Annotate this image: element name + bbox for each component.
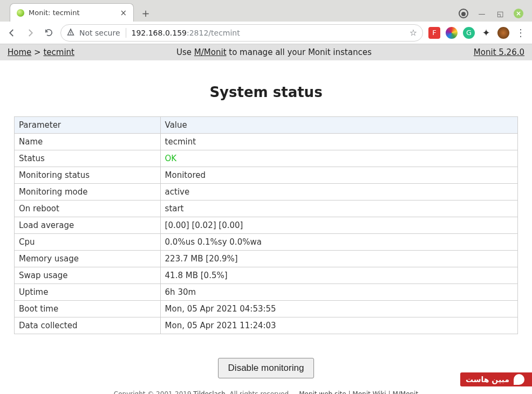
footer-copyright: Copyright © 2001-2019 — [114, 390, 194, 394]
value-cell: Monitored — [160, 167, 517, 184]
param-cell: Swap usage — [15, 267, 161, 284]
back-button[interactable] — [5, 26, 18, 39]
page-viewport: Home > tecmint Use M/Monit to manage all… — [0, 44, 532, 394]
header-note: Use M/Monit to manage all your Monit ins… — [74, 47, 474, 57]
close-window-icon[interactable]: × — [514, 9, 523, 18]
window-controls: — ◱ × — [459, 9, 529, 18]
action-row: Disable monitoring — [14, 358, 518, 378]
url-text: 192.168.0.159:2812/tecmint — [132, 29, 240, 37]
param-cell: Uptime — [15, 284, 161, 301]
param-cell: Monitoring status — [15, 167, 161, 184]
col-value: Value — [160, 117, 517, 134]
table-row: Cpu0.0%us 0.1%sy 0.0%wa — [15, 234, 518, 251]
table-row: StatusOK — [15, 150, 518, 167]
browser-tab[interactable]: Monit: tecmint × — [10, 3, 134, 22]
tab-strip: Monit: tecmint × + — ◱ × — [0, 0, 532, 22]
table-row: Load average[0.00] [0.02] [0.00] — [15, 217, 518, 234]
value-cell: [0.00] [0.02] [0.00] — [160, 217, 517, 234]
not-secure-label: Not secure — [79, 29, 120, 37]
profile-avatar-icon[interactable] — [497, 27, 509, 39]
page-title: System status — [14, 84, 518, 100]
breadcrumb-current-link[interactable]: tecmint — [43, 47, 74, 57]
forward-button[interactable] — [24, 26, 37, 39]
bookmark-star-icon[interactable]: ☆ — [410, 27, 417, 38]
breadcrumb-home-link[interactable]: Home — [8, 47, 31, 57]
param-cell: Memory usage — [15, 251, 161, 267]
version-link[interactable]: Monit 5.26.0 — [474, 47, 524, 57]
table-row: On rebootstart — [15, 201, 518, 217]
table-row: Monitoring modeactive — [15, 184, 518, 201]
param-cell: Boot time — [15, 301, 161, 317]
maximize-window-icon[interactable]: ◱ — [495, 9, 505, 18]
param-cell: Load average — [15, 217, 161, 234]
browser-chrome: Monit: tecmint × + — ◱ × Not secure — [0, 0, 532, 44]
tab-favicon — [17, 9, 24, 17]
table-row: Uptime6h 30m — [15, 284, 518, 301]
omnibox-divider — [126, 28, 126, 38]
value-cell: 6h 30m — [160, 284, 517, 301]
url-host: 192.168.0.159 — [132, 29, 187, 37]
table-row: Nametecmint — [15, 134, 518, 150]
address-bar[interactable]: Not secure 192.168.0.159:2812/tecmint ☆ — [60, 24, 423, 42]
value-cell: Mon, 05 Apr 2021 04:53:55 — [160, 301, 517, 317]
not-secure-icon — [66, 27, 75, 38]
status-ok-badge: OK — [165, 154, 177, 163]
value-cell: 0.0%us 0.1%sy 0.0%wa — [160, 234, 517, 251]
extensions-menu-icon[interactable]: ✦ — [480, 27, 492, 39]
param-cell: Data collected — [15, 317, 161, 334]
header-note-prefix: Use — [176, 47, 194, 57]
table-header-row: Parameter Value — [15, 117, 518, 134]
mmonit-link[interactable]: M/Monit — [194, 47, 227, 57]
breadcrumb-sep: > — [31, 47, 43, 57]
param-cell: Monitoring mode — [15, 184, 161, 201]
tab-title: Monit: tecmint — [29, 9, 114, 17]
value-cell: tecmint — [160, 134, 517, 150]
monit-header-bar: Home > tecmint Use M/Monit to manage all… — [0, 44, 532, 60]
param-cell: Status — [15, 150, 161, 167]
brand-badge-icon — [514, 374, 524, 385]
new-tab-button[interactable]: + — [138, 5, 153, 20]
col-parameter: Parameter — [15, 117, 161, 134]
disable-monitoring-button[interactable]: Disable monitoring — [218, 358, 315, 378]
param-cell: Name — [15, 134, 161, 150]
breadcrumb: Home > tecmint — [8, 47, 74, 57]
value-cell: 41.8 MB [0.5%] — [160, 267, 517, 284]
table-row: Data collectedMon, 05 Apr 2021 11:24:03 — [15, 317, 518, 334]
url-path: /tecmint — [208, 29, 240, 37]
brand-badge[interactable]: مبین هاست — [460, 372, 532, 386]
window-menu-icon[interactable] — [459, 9, 468, 18]
table-row: Monitoring statusMonitored — [15, 167, 518, 184]
value-cell: Mon, 05 Apr 2021 11:24:03 — [160, 317, 517, 334]
extension-color-icon[interactable] — [446, 27, 458, 39]
minimize-window-icon[interactable]: — — [477, 9, 487, 18]
value-cell: OK — [160, 150, 517, 167]
value-cell: active — [160, 184, 517, 201]
value-cell: 223.7 MB [20.9%] — [160, 251, 517, 267]
footer-tildeslash-link[interactable]: Tildeslash — [193, 390, 225, 394]
table-row: Memory usage223.7 MB [20.9%] — [15, 251, 518, 267]
param-cell: On reboot — [15, 201, 161, 217]
page-footer: Copyright © 2001-2019 Tildeslash. All ri… — [14, 390, 518, 394]
footer-monit-site-link[interactable]: Monit web site — [299, 390, 346, 394]
chrome-menu-icon[interactable]: ⋮ — [515, 27, 527, 39]
brand-badge-text: مبین هاست — [466, 375, 509, 384]
footer-rights: . All rights reserved. — [226, 390, 291, 394]
footer-mmonit-link[interactable]: M/Monit — [392, 390, 418, 394]
header-note-suffix: to manage all your Monit instances — [227, 47, 372, 57]
value-cell: start — [160, 201, 517, 217]
extension-flipboard-icon[interactable]: F — [428, 27, 440, 39]
table-row: Swap usage41.8 MB [0.5%] — [15, 267, 518, 284]
status-table: Parameter Value NametecmintStatusOKMonit… — [14, 116, 518, 334]
browser-toolbar: Not secure 192.168.0.159:2812/tecmint ☆ … — [0, 22, 532, 44]
close-tab-icon[interactable]: × — [119, 8, 128, 18]
extension-grammarly-icon[interactable]: G — [463, 27, 475, 39]
url-port: :2812 — [187, 29, 208, 37]
param-cell: Cpu — [15, 234, 161, 251]
reload-button[interactable] — [42, 26, 55, 39]
monit-version: Monit 5.26.0 — [474, 47, 524, 57]
extension-icons: F G ✦ ⋮ — [428, 27, 527, 39]
table-row: Boot timeMon, 05 Apr 2021 04:53:55 — [15, 301, 518, 317]
page-body: System status Parameter Value Nametecmin… — [0, 60, 532, 394]
footer-monit-wiki-link[interactable]: Monit Wiki — [352, 390, 386, 394]
